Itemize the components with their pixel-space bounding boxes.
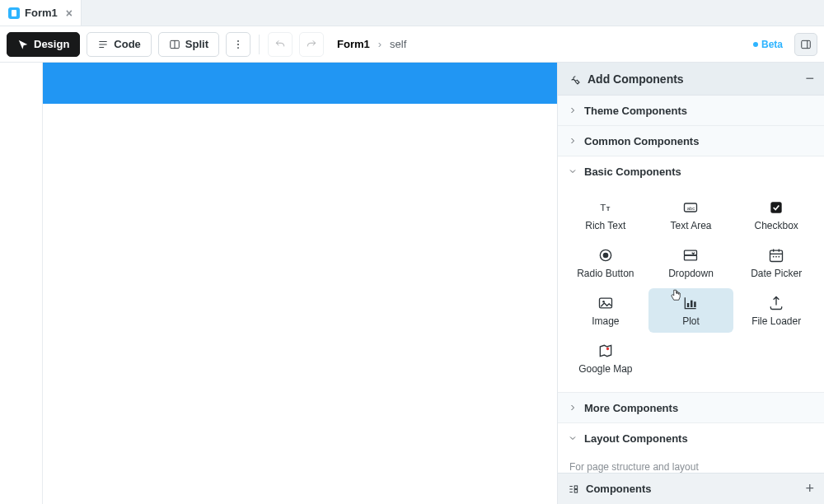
chevron-down-icon: [568, 166, 578, 176]
toggle-right-panel-button[interactable]: [794, 33, 817, 56]
map-icon: [597, 343, 614, 359]
chevron-down-icon: [568, 433, 578, 443]
section-basic-components: Basic Components TTRich TextabcText Area…: [558, 156, 824, 393]
wrench-icon: [568, 72, 581, 86]
toolbar: Design Code Split Form1 › self Beta: [0, 26, 824, 63]
beta-dot-icon: [753, 42, 758, 47]
component-label: Date Picker: [751, 268, 802, 278]
svg-text:T: T: [600, 202, 606, 212]
design-label: Design: [34, 38, 69, 50]
chevron-right-icon: [568, 136, 578, 146]
component-text-area[interactable]: abcText Area: [648, 193, 734, 237]
code-icon: [97, 39, 109, 50]
image-icon: [597, 295, 614, 311]
split-icon: [169, 39, 180, 50]
component-image[interactable]: Image: [563, 288, 648, 333]
breadcrumb-item[interactable]: Form1: [337, 38, 370, 50]
redo-icon: [306, 39, 317, 50]
component-label: Rich Text: [585, 221, 625, 231]
section-label: More Components: [584, 402, 678, 414]
section-head-theme[interactable]: Theme Components: [558, 96, 824, 125]
textarea-icon: abc: [682, 199, 699, 216]
breadcrumb-separator-icon: ›: [378, 38, 382, 50]
form-icon: [8, 7, 20, 19]
section-label: Theme Components: [584, 105, 687, 117]
section-common-components: Common Components: [558, 126, 824, 156]
svg-rect-25: [687, 303, 690, 307]
component-radio-button[interactable]: Radio Button: [563, 240, 648, 285]
code-button[interactable]: Code: [87, 32, 152, 57]
collapse-panel-icon[interactable]: −: [805, 70, 814, 87]
add-component-icon[interactable]: +: [805, 480, 814, 497]
side-panel: Add Components − Theme Components Common…: [557, 63, 824, 504]
component-dropdown[interactable]: Dropdown: [648, 240, 734, 285]
svg-rect-11: [770, 202, 781, 212]
side-panel-footer: Components +: [558, 473, 824, 504]
split-label: Split: [185, 38, 208, 50]
component-label: Dropdown: [668, 268, 714, 278]
checkbox-icon: [768, 199, 784, 216]
section-label: Layout Components: [584, 432, 688, 445]
form-header-bar[interactable]: [43, 63, 557, 104]
beta-label: Beta: [761, 39, 783, 50]
svg-point-20: [773, 256, 775, 258]
tab-label: Form1: [25, 7, 58, 19]
svg-point-3: [237, 44, 239, 45]
component-label: Image: [592, 316, 619, 326]
svg-text:T: T: [606, 205, 611, 212]
svg-rect-16: [770, 250, 783, 261]
component-label: Checkbox: [754, 221, 798, 231]
svg-rect-39: [574, 489, 578, 492]
component-plot[interactable]: Plot: [648, 288, 734, 333]
component-label: Radio Button: [577, 268, 634, 278]
breadcrumb-self[interactable]: self: [390, 38, 406, 50]
component-google-map[interactable]: Google Map: [563, 336, 648, 380]
form-canvas[interactable]: [43, 63, 557, 504]
plot-icon: [682, 295, 699, 311]
basic-components-grid: TTRich TextabcText AreaCheckboxRadio But…: [558, 186, 824, 392]
cursor-icon: [17, 39, 29, 50]
component-file-loader[interactable]: File Loader: [733, 288, 819, 333]
component-label: Text Area: [670, 221, 711, 231]
redo-button[interactable]: [299, 32, 324, 57]
chevron-right-icon: [568, 105, 578, 115]
component-date-picker[interactable]: Date Picker: [733, 240, 819, 285]
side-panel-header: Add Components −: [558, 63, 824, 96]
section-theme-components: Theme Components: [558, 96, 824, 126]
canvas-area: [0, 63, 557, 504]
canvas-gutter: [0, 63, 43, 504]
svg-point-21: [775, 256, 777, 258]
beta-badge[interactable]: Beta: [753, 39, 783, 50]
radio-icon: [597, 247, 614, 264]
section-head-more[interactable]: More Components: [558, 393, 824, 422]
kebab-icon: [232, 39, 244, 50]
component-label: File Loader: [751, 316, 801, 326]
svg-point-4: [237, 47, 239, 49]
layout-hint: For page structure and layout: [558, 453, 824, 473]
dropdown-icon: [682, 247, 699, 264]
calendar-icon: [768, 247, 784, 264]
svg-point-28: [606, 348, 609, 350]
section-more-components: More Components: [558, 393, 824, 423]
design-button[interactable]: Design: [7, 32, 80, 57]
section-head-layout[interactable]: Layout Components: [558, 423, 824, 453]
section-head-common[interactable]: Common Components: [558, 126, 824, 156]
split-button[interactable]: Split: [158, 32, 219, 57]
upload-icon: [768, 295, 784, 311]
components-icon: [568, 483, 579, 495]
component-checkbox[interactable]: Checkbox: [733, 193, 819, 237]
svg-rect-26: [691, 301, 693, 307]
breadcrumb: Form1 › self: [337, 38, 406, 50]
tab-close-icon[interactable]: ×: [66, 7, 73, 20]
component-label: Google Map: [578, 364, 632, 374]
section-label: Common Components: [584, 135, 699, 147]
section-head-basic[interactable]: Basic Components: [558, 156, 824, 186]
more-menu-button[interactable]: [226, 32, 250, 57]
chevron-right-icon: [568, 403, 578, 413]
component-rich-text[interactable]: TTRich Text: [563, 193, 648, 237]
side-panel-title: Add Components: [588, 72, 798, 86]
undo-button[interactable]: [268, 32, 293, 57]
tab-form1[interactable]: Form1 ×: [0, 0, 82, 26]
code-label: Code: [114, 38, 141, 50]
svg-rect-27: [695, 301, 697, 307]
